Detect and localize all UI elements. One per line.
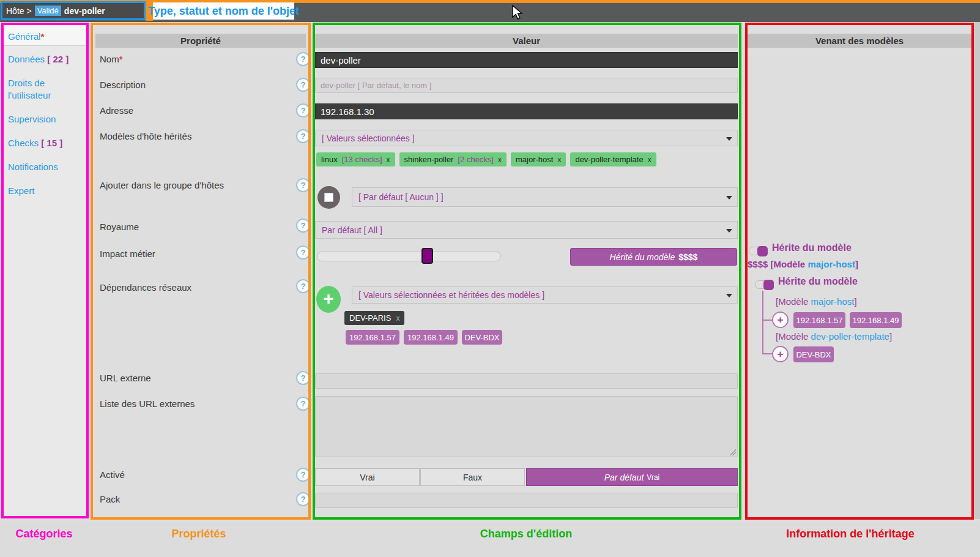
properties-column: Propriété Nom* ? Description ? Adresse ?… (93, 25, 308, 517)
item-count: [ 15 ] (41, 138, 62, 148)
inherited-impact-button[interactable]: Hérité du modèle $$$$ (570, 248, 737, 266)
help-icon[interactable]: ? (296, 103, 310, 118)
property-label-royaume: Royaume (100, 222, 139, 232)
dependency-inherited-tag[interactable]: 192.168.1.57 (346, 330, 399, 345)
toggle-knob (763, 280, 774, 290)
values-column: Valeur [ Valeurs sélectionnées ] linux [… (315, 25, 738, 517)
help-icon[interactable]: ? (296, 371, 310, 385)
remove-tag-icon[interactable]: x (648, 155, 651, 164)
template-tag[interactable]: shinken-poller [2 checks] x (399, 152, 507, 166)
dependency-inherited-tag[interactable]: DEV-BDX (462, 330, 502, 345)
inherited-value-tag[interactable]: 192.168.1.57 (793, 312, 845, 328)
chevron-down-icon (726, 229, 732, 233)
help-icon[interactable]: ? (296, 279, 310, 293)
property-label-adresse: Adresse (100, 105, 133, 116)
property-label-dependances: Dépendances réseaux (100, 282, 191, 293)
template-tag[interactable]: major-host x (511, 152, 566, 166)
inherited-value-tag[interactable]: DEV-BDX (793, 346, 834, 362)
enabled-default-button[interactable]: Par défaut Vrai (526, 468, 738, 486)
remove-tag-icon[interactable]: x (498, 155, 502, 164)
chevron-down-icon (726, 294, 732, 297)
sidebar-item-general[interactable]: Général* (4, 25, 87, 46)
realm-select[interactable]: Par défaut [ All ] (315, 221, 738, 239)
enabled-true-button[interactable]: Vrai (315, 468, 420, 486)
help-icon[interactable]: ? (296, 397, 310, 411)
help-icon[interactable]: ? (296, 219, 310, 233)
external-url-list-textarea[interactable] (315, 396, 738, 457)
help-icon[interactable]: ? (296, 492, 310, 506)
dependencies-select[interactable]: [ Valeurs sélectionnées et héritées des … (352, 286, 738, 304)
inherited-value-tag[interactable]: 192.168.1.49 (850, 312, 902, 328)
description-input[interactable] (315, 78, 738, 93)
model-link[interactable]: major-host (811, 296, 855, 307)
sidebar-item-droits[interactable]: Droits de l'utilisateur (4, 77, 77, 102)
address-input[interactable] (315, 103, 738, 119)
help-icon[interactable]: ? (296, 52, 310, 66)
template-tags-row: linux [13 checks] x shinken-poller [2 ch… (316, 152, 661, 166)
sidebar-item-donnees[interactable]: Données [ 22 ] (4, 53, 87, 65)
remove-tag-icon[interactable]: x (387, 155, 390, 164)
property-label-url: URL externe (100, 373, 151, 383)
top-toolbar: Hôte > Validé dev-poller Type, statut et… (0, 0, 980, 22)
annotation-legend: Catégories Propriétés Champs d'édition I… (0, 521, 980, 557)
legend-edit-fields: Champs d'édition (480, 528, 572, 540)
sidebar-item-expert[interactable]: Expert (4, 185, 87, 197)
required-marker: * (119, 54, 123, 64)
property-label-groupe: Ajouter dans le groupe d'hôtes (100, 180, 224, 190)
impact-inherit-toggle[interactable] (749, 247, 768, 255)
dependency-inherited-tag[interactable]: 192.168.1.49 (404, 330, 458, 345)
name-input[interactable] (315, 52, 738, 68)
dependency-inherit-label: Hérite du modèle (778, 276, 858, 287)
scrollbar-track[interactable] (974, 22, 980, 519)
help-icon[interactable]: ? (296, 129, 310, 143)
help-icon[interactable]: ? (296, 245, 310, 260)
help-icon[interactable]: ? (296, 78, 310, 92)
inherited-model-label: [Modèle major-host] (776, 296, 857, 307)
model-link[interactable]: major-host (807, 259, 855, 269)
item-count: [ 22 ] (47, 54, 69, 64)
breadcrumb-object-name: dev-poller (64, 6, 105, 16)
toggle-knob (757, 246, 768, 256)
property-label-liste-url: Liste des URL externes (100, 398, 195, 409)
add-inherited-value-button[interactable]: + (772, 312, 789, 328)
sidebar-item-checks[interactable]: Checks [ 15 ] (4, 137, 87, 149)
impact-inherit-value: $$$$ [Modèle major-host] (748, 259, 858, 269)
property-label-pack: Pack (100, 494, 120, 504)
dependency-inherit-toggle[interactable] (755, 280, 774, 289)
external-url-input[interactable] (315, 373, 738, 389)
hostgroup-select[interactable]: [ Par défaut [ Aucun ] ] (352, 187, 738, 207)
template-tag[interactable]: dev-poller-template x (570, 152, 656, 166)
business-impact-slider[interactable] (317, 252, 501, 261)
property-label-description: Description (100, 80, 146, 90)
hostgroup-toggle-button[interactable] (317, 186, 340, 209)
model-link[interactable]: dev-poller-template (811, 331, 889, 342)
property-label-active: Activé (100, 469, 125, 480)
chevron-down-icon (726, 196, 732, 200)
property-label-impact: Impact métier (100, 249, 155, 259)
breadcrumb[interactable]: Hôte > Validé dev-poller (1, 1, 146, 20)
help-icon[interactable]: ? (296, 178, 310, 192)
add-dependency-button[interactable]: + (316, 286, 341, 313)
sidebar-item-supervision[interactable]: Supervision (4, 113, 87, 125)
square-icon (324, 193, 333, 202)
remove-tag-icon[interactable]: x (557, 155, 561, 164)
template-tag[interactable]: linux [13 checks] x (316, 152, 395, 166)
property-label-modeles: Modèles d'hôte hérités (100, 131, 191, 141)
legend-properties: Propriétés (171, 528, 226, 540)
enabled-false-button[interactable]: Faux (420, 468, 525, 486)
templates-select[interactable]: [ Valeurs sélectionnées ] (315, 130, 738, 146)
breadcrumb-type: Hôte > (6, 6, 32, 16)
business-impact-slider-handle[interactable] (421, 248, 433, 264)
dependency-selected-tag[interactable]: DEV-PARIS x (344, 311, 404, 325)
property-label-nom: Nom* (100, 54, 123, 64)
help-icon[interactable]: ? (296, 468, 310, 482)
inheritance-header: Venant des modèles (748, 34, 971, 48)
pack-input[interactable] (315, 493, 738, 508)
properties-header: Propriété (95, 34, 306, 48)
mouse-cursor-icon (511, 5, 524, 21)
sidebar-item-notifications[interactable]: Notifications (4, 161, 87, 173)
remove-tag-icon[interactable]: x (396, 314, 399, 323)
add-inherited-value-button[interactable]: + (772, 346, 789, 362)
inherited-model-label: [Modèle dev-poller-template] (776, 331, 892, 342)
resize-grip-icon[interactable] (730, 449, 736, 455)
